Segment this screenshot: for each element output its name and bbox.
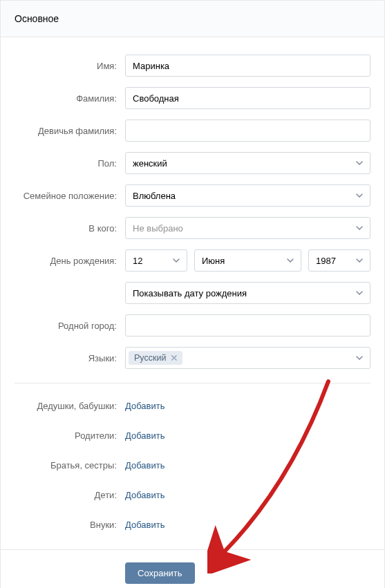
birth-month-select[interactable]: Июня bbox=[194, 249, 301, 272]
chevron-down-icon bbox=[356, 291, 363, 295]
gender-select[interactable]: женский bbox=[125, 152, 370, 174]
gender-label: Пол: bbox=[15, 158, 125, 169]
maiden-name-label: Девичья фамилия: bbox=[15, 126, 125, 136]
main-panel: Основное Имя: Фамилия: Девичья фамилия: … bbox=[0, 0, 385, 588]
birth-day-select[interactable]: 12 bbox=[125, 249, 187, 272]
relationship-value: Влюблена bbox=[133, 191, 176, 201]
panel-body: Имя: Фамилия: Девичья фамилия: Пол: женс… bbox=[1, 37, 384, 530]
footer: Сохранить bbox=[1, 549, 384, 588]
add-grandchildren-link[interactable]: Добавить bbox=[125, 520, 165, 530]
partner-select[interactable]: Не выбрано bbox=[125, 217, 370, 239]
divider bbox=[15, 383, 370, 383]
save-button[interactable]: Сохранить bbox=[125, 562, 195, 584]
languages-input[interactable]: Русский ✕ bbox=[125, 347, 370, 369]
grandparents-label: Дедушки, бабушки: bbox=[15, 401, 125, 411]
birthday-visibility-select[interactable]: Показывать дату рождения bbox=[125, 282, 370, 304]
panel-header: Основное bbox=[1, 1, 384, 37]
chevron-down-icon bbox=[356, 193, 363, 198]
chevron-down-icon bbox=[356, 161, 363, 165]
birthday-visibility-value: Показывать дату рождения bbox=[133, 288, 247, 298]
maiden-name-input[interactable] bbox=[125, 120, 370, 142]
grandchildren-label: Внуки: bbox=[15, 520, 125, 530]
first-name-input[interactable] bbox=[125, 55, 370, 77]
chevron-down-icon bbox=[173, 258, 180, 263]
chevron-down-icon bbox=[356, 356, 363, 360]
hometown-input[interactable] bbox=[125, 314, 370, 336]
chevron-down-icon bbox=[356, 258, 363, 263]
siblings-label: Братья, сестры: bbox=[15, 460, 125, 471]
birth-year-select[interactable]: 1987 bbox=[308, 249, 370, 272]
chevron-down-icon bbox=[287, 258, 294, 263]
children-label: Дети: bbox=[15, 490, 125, 500]
birth-month-value: Июня bbox=[202, 256, 225, 266]
birth-day-value: 12 bbox=[133, 256, 142, 266]
last-name-input[interactable] bbox=[125, 87, 370, 109]
add-parents-link[interactable]: Добавить bbox=[125, 430, 165, 441]
parents-label: Родители: bbox=[15, 430, 125, 441]
last-name-label: Фамилия: bbox=[15, 93, 125, 104]
birthday-label: День рождения: bbox=[15, 256, 125, 266]
birth-year-value: 1987 bbox=[316, 256, 336, 266]
language-token-label: Русский bbox=[134, 353, 166, 363]
chevron-down-icon bbox=[356, 226, 363, 230]
remove-token-icon[interactable]: ✕ bbox=[170, 353, 178, 363]
add-children-link[interactable]: Добавить bbox=[125, 490, 165, 500]
gender-value: женский bbox=[133, 158, 167, 169]
hometown-label: Родной город: bbox=[15, 321, 125, 331]
language-token: Русский ✕ bbox=[129, 351, 182, 365]
languages-label: Языки: bbox=[15, 353, 125, 363]
first-name-label: Имя: bbox=[15, 61, 125, 71]
relationship-select[interactable]: Влюблена bbox=[125, 184, 370, 207]
add-grandparents-link[interactable]: Добавить bbox=[125, 401, 165, 411]
partner-label: В кого: bbox=[15, 223, 125, 234]
relationship-label: Семейное положение: bbox=[15, 191, 125, 201]
page-title: Основное bbox=[15, 13, 370, 24]
add-siblings-link[interactable]: Добавить bbox=[125, 460, 165, 471]
partner-value: Не выбрано bbox=[133, 223, 183, 234]
